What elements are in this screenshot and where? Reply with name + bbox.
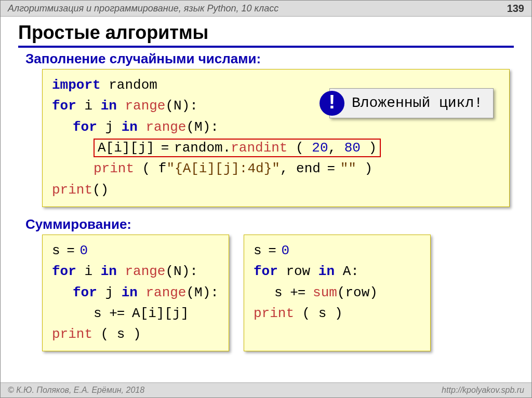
code-line: s = 0	[254, 243, 289, 258]
code-block-sum-rows: s = 0 for row in A: s += sum(row) print …	[244, 235, 431, 351]
code-line: for i in range(N):	[52, 264, 198, 279]
copyright: © К.Ю. Поляков, Е.А. Ерёмин, 2018	[8, 386, 144, 395]
code-block-sum-indexed: s = 0 for i in range(N): for j in range(…	[42, 235, 229, 351]
page-title: Простые алгоритмы	[18, 22, 514, 48]
slide-footer: © К.Ю. Поляков, Е.А. Ерёмин, 2018 http:/…	[1, 382, 531, 397]
code-line: import random	[52, 77, 157, 93]
code-line: print ( s )	[52, 326, 141, 342]
code-line: for i in range(N):	[52, 98, 198, 114]
code-line: for row in A:	[254, 264, 359, 279]
section-fill-random: Заполнение случайными числами:	[25, 51, 531, 67]
footer-url: http://kpolyakov.spb.ru	[442, 386, 524, 395]
code-line: print()	[52, 182, 109, 198]
section-summation: Суммирование:	[25, 216, 531, 232]
code-line: print ( f"{A[i][j]:4d}", end = "" )	[52, 158, 500, 179]
code-line: print ( s )	[254, 306, 343, 321]
code-line: s += sum(row)	[254, 282, 421, 303]
callout-text: Вложенный цикл!	[352, 92, 483, 114]
code-line: A[i][j] = random.randint ( 20, 80 )	[52, 138, 500, 159]
course-title: Алгоритмизация и программирование, язык …	[8, 3, 278, 14]
highlighted-assignment: A[i][j] = random.randint ( 20, 80 )	[94, 139, 381, 158]
exclamation-icon: !	[320, 91, 344, 116]
code-line: s += A[i][j]	[52, 303, 219, 324]
slide-header: Алгоритмизация и программирование, язык …	[1, 1, 531, 17]
code-line: s = 0	[52, 243, 88, 258]
slide: Алгоритмизация и программирование, язык …	[0, 0, 532, 398]
code-row: s = 0 for i in range(N): for j in range(…	[42, 235, 531, 351]
code-line: for j in range(M):	[52, 282, 219, 303]
callout-nested-loop: ! Вложенный цикл!	[329, 88, 494, 118]
page-number: 139	[507, 3, 524, 15]
code-line: for j in range(M):	[52, 117, 500, 138]
code-block-random-fill: ! Вложенный цикл! import random for i in…	[42, 69, 510, 207]
